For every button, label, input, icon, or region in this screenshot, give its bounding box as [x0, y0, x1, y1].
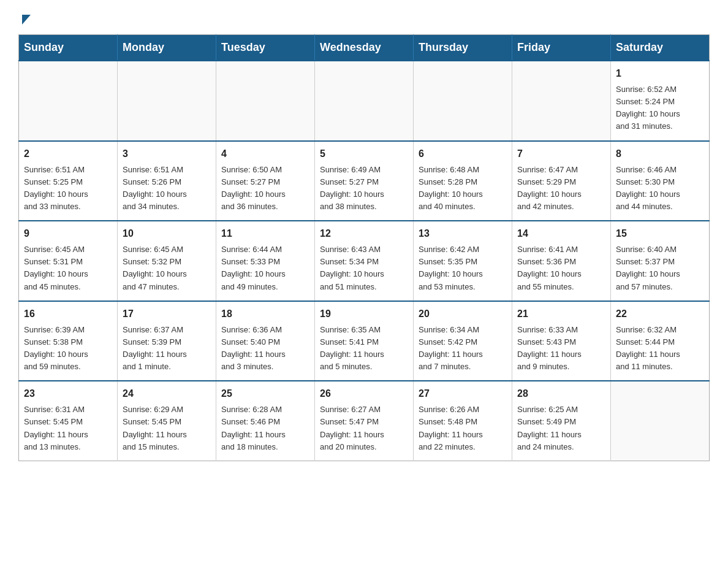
day-info: Sunrise: 6:25 AM Sunset: 5:49 PM Dayligh…	[517, 404, 605, 453]
day-info: Sunrise: 6:32 AM Sunset: 5:44 PM Dayligh…	[616, 324, 704, 373]
calendar-day-cell: 26Sunrise: 6:27 AM Sunset: 5:47 PM Dayli…	[315, 381, 414, 461]
day-number: 9	[24, 226, 112, 241]
calendar-day-cell: 12Sunrise: 6:43 AM Sunset: 5:34 PM Dayli…	[315, 221, 414, 301]
day-number: 13	[419, 226, 507, 241]
calendar-day-cell: 7Sunrise: 6:47 AM Sunset: 5:29 PM Daylig…	[512, 141, 611, 221]
calendar-day-cell: 5Sunrise: 6:49 AM Sunset: 5:27 PM Daylig…	[315, 141, 414, 221]
calendar-day-cell: 2Sunrise: 6:51 AM Sunset: 5:25 PM Daylig…	[19, 141, 118, 221]
day-info: Sunrise: 6:42 AM Sunset: 5:35 PM Dayligh…	[419, 243, 507, 293]
weekday-header-row: SundayMondayTuesdayWednesdayThursdayFrid…	[19, 35, 710, 61]
day-info: Sunrise: 6:43 AM Sunset: 5:34 PM Dayligh…	[320, 243, 408, 293]
calendar-day-cell	[19, 61, 118, 141]
day-number: 2	[24, 147, 112, 161]
weekday-header-sunday: Sunday	[19, 35, 118, 61]
weekday-header-tuesday: Tuesday	[216, 35, 315, 61]
day-number: 22	[616, 307, 704, 321]
calendar-week-row: 9Sunrise: 6:45 AM Sunset: 5:31 PM Daylig…	[19, 221, 710, 301]
day-info: Sunrise: 6:40 AM Sunset: 5:37 PM Dayligh…	[616, 243, 704, 293]
day-number: 23	[24, 386, 112, 401]
day-info: Sunrise: 6:31 AM Sunset: 5:45 PM Dayligh…	[24, 404, 112, 453]
day-number: 10	[123, 226, 211, 241]
day-number: 1	[616, 66, 704, 81]
weekday-header-wednesday: Wednesday	[315, 35, 414, 61]
day-info: Sunrise: 6:51 AM Sunset: 5:25 PM Dayligh…	[24, 164, 112, 213]
calendar-day-cell	[414, 61, 512, 141]
day-info: Sunrise: 6:29 AM Sunset: 5:45 PM Dayligh…	[123, 404, 211, 453]
day-number: 20	[419, 307, 507, 321]
calendar-week-row: 23Sunrise: 6:31 AM Sunset: 5:45 PM Dayli…	[19, 381, 710, 461]
day-number: 18	[221, 307, 309, 321]
day-info: Sunrise: 6:34 AM Sunset: 5:42 PM Dayligh…	[419, 324, 507, 373]
calendar-day-cell: 24Sunrise: 6:29 AM Sunset: 5:45 PM Dayli…	[118, 381, 216, 461]
calendar-day-cell: 25Sunrise: 6:28 AM Sunset: 5:46 PM Dayli…	[216, 381, 315, 461]
day-number: 6	[419, 147, 507, 161]
day-number: 25	[221, 386, 309, 401]
day-info: Sunrise: 6:49 AM Sunset: 5:27 PM Dayligh…	[320, 164, 408, 213]
day-number: 19	[320, 307, 408, 321]
day-number: 5	[320, 147, 408, 161]
calendar-day-cell	[216, 61, 315, 141]
day-info: Sunrise: 6:26 AM Sunset: 5:48 PM Dayligh…	[419, 404, 507, 453]
calendar-day-cell: 15Sunrise: 6:40 AM Sunset: 5:37 PM Dayli…	[611, 221, 710, 301]
calendar-day-cell: 1Sunrise: 6:52 AM Sunset: 5:24 PM Daylig…	[611, 61, 710, 141]
day-number: 14	[517, 226, 605, 241]
calendar-day-cell: 28Sunrise: 6:25 AM Sunset: 5:49 PM Dayli…	[512, 381, 611, 461]
day-info: Sunrise: 6:36 AM Sunset: 5:40 PM Dayligh…	[221, 324, 309, 373]
calendar-day-cell: 11Sunrise: 6:44 AM Sunset: 5:33 PM Dayli…	[216, 221, 315, 301]
calendar-day-cell: 22Sunrise: 6:32 AM Sunset: 5:44 PM Dayli…	[611, 301, 710, 381]
calendar-day-cell: 18Sunrise: 6:36 AM Sunset: 5:40 PM Dayli…	[216, 301, 315, 381]
calendar-day-cell: 6Sunrise: 6:48 AM Sunset: 5:28 PM Daylig…	[414, 141, 512, 221]
calendar-day-cell: 13Sunrise: 6:42 AM Sunset: 5:35 PM Dayli…	[414, 221, 512, 301]
calendar-day-cell: 19Sunrise: 6:35 AM Sunset: 5:41 PM Dayli…	[315, 301, 414, 381]
calendar-day-cell: 23Sunrise: 6:31 AM Sunset: 5:45 PM Dayli…	[19, 381, 118, 461]
day-number: 24	[123, 386, 211, 401]
calendar-day-cell: 8Sunrise: 6:46 AM Sunset: 5:30 PM Daylig…	[611, 141, 710, 221]
calendar-week-row: 16Sunrise: 6:39 AM Sunset: 5:38 PM Dayli…	[19, 301, 710, 381]
day-info: Sunrise: 6:46 AM Sunset: 5:30 PM Dayligh…	[616, 164, 704, 213]
logo-triangle-icon	[22, 15, 31, 25]
logo	[18, 12, 31, 22]
day-info: Sunrise: 6:28 AM Sunset: 5:46 PM Dayligh…	[221, 404, 309, 453]
day-info: Sunrise: 6:51 AM Sunset: 5:26 PM Dayligh…	[123, 164, 211, 213]
calendar-week-row: 1Sunrise: 6:52 AM Sunset: 5:24 PM Daylig…	[19, 61, 710, 141]
day-number: 8	[616, 147, 704, 161]
day-info: Sunrise: 6:35 AM Sunset: 5:41 PM Dayligh…	[320, 324, 408, 373]
day-number: 11	[221, 226, 309, 241]
calendar-day-cell	[315, 61, 414, 141]
calendar-day-cell: 3Sunrise: 6:51 AM Sunset: 5:26 PM Daylig…	[118, 141, 216, 221]
day-info: Sunrise: 6:48 AM Sunset: 5:28 PM Dayligh…	[419, 164, 507, 213]
day-number: 3	[123, 147, 211, 161]
day-info: Sunrise: 6:37 AM Sunset: 5:39 PM Dayligh…	[123, 324, 211, 373]
day-number: 27	[419, 386, 507, 401]
day-number: 21	[517, 307, 605, 321]
day-number: 26	[320, 386, 408, 401]
day-number: 17	[123, 307, 211, 321]
calendar-day-cell: 21Sunrise: 6:33 AM Sunset: 5:43 PM Dayli…	[512, 301, 611, 381]
calendar-day-cell	[611, 381, 710, 461]
day-info: Sunrise: 6:52 AM Sunset: 5:24 PM Dayligh…	[616, 83, 704, 133]
calendar-day-cell: 4Sunrise: 6:50 AM Sunset: 5:27 PM Daylig…	[216, 141, 315, 221]
calendar-day-cell: 17Sunrise: 6:37 AM Sunset: 5:39 PM Dayli…	[118, 301, 216, 381]
day-number: 7	[517, 147, 605, 161]
day-info: Sunrise: 6:44 AM Sunset: 5:33 PM Dayligh…	[221, 243, 309, 293]
day-number: 4	[221, 147, 309, 161]
calendar-day-cell	[118, 61, 216, 141]
calendar-table: SundayMondayTuesdayWednesdayThursdayFrid…	[18, 34, 710, 461]
day-number: 16	[24, 307, 112, 321]
weekday-header-saturday: Saturday	[611, 35, 710, 61]
calendar-day-cell: 14Sunrise: 6:41 AM Sunset: 5:36 PM Dayli…	[512, 221, 611, 301]
day-info: Sunrise: 6:45 AM Sunset: 5:32 PM Dayligh…	[123, 243, 211, 293]
calendar-day-cell: 27Sunrise: 6:26 AM Sunset: 5:48 PM Dayli…	[414, 381, 512, 461]
day-info: Sunrise: 6:47 AM Sunset: 5:29 PM Dayligh…	[517, 164, 605, 213]
day-info: Sunrise: 6:45 AM Sunset: 5:31 PM Dayligh…	[24, 243, 112, 293]
day-info: Sunrise: 6:41 AM Sunset: 5:36 PM Dayligh…	[517, 243, 605, 293]
calendar-week-row: 2Sunrise: 6:51 AM Sunset: 5:25 PM Daylig…	[19, 141, 710, 221]
page-header	[18, 12, 710, 22]
day-number: 12	[320, 226, 408, 241]
calendar-day-cell: 20Sunrise: 6:34 AM Sunset: 5:42 PM Dayli…	[414, 301, 512, 381]
calendar-day-cell	[512, 61, 611, 141]
calendar-day-cell: 16Sunrise: 6:39 AM Sunset: 5:38 PM Dayli…	[19, 301, 118, 381]
day-info: Sunrise: 6:39 AM Sunset: 5:38 PM Dayligh…	[24, 324, 112, 373]
day-number: 28	[517, 386, 605, 401]
weekday-header-friday: Friday	[512, 35, 611, 61]
